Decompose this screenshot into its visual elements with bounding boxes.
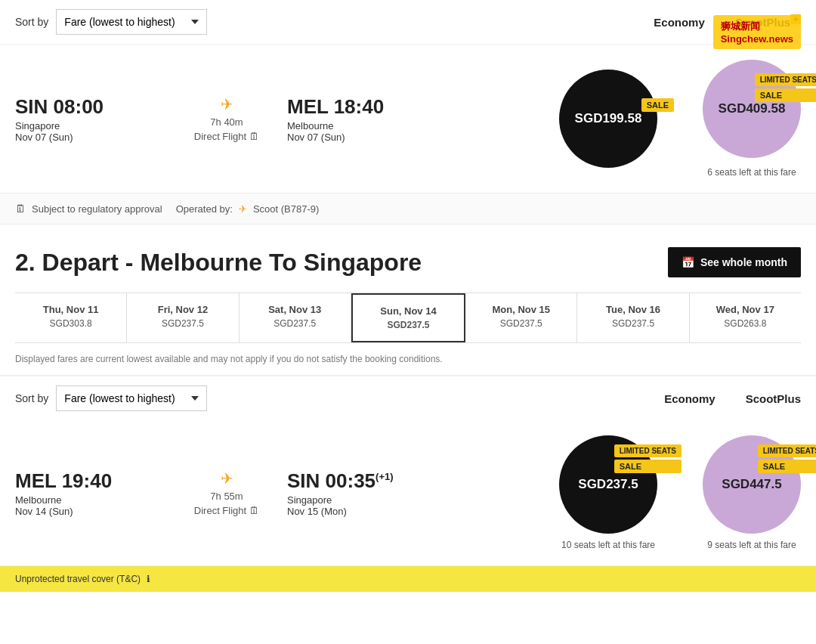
economy-price-wrapper-1[interactable]: SGD199.58 SALE xyxy=(559,70,657,168)
dest-date-2: Nov 15 (Mon) xyxy=(287,506,438,517)
flight-row-1: SIN 08:00 Singapore Nov 07 (Sun) ✈ 7h 40… xyxy=(15,60,801,178)
dest-time-suffix-2: (+1) xyxy=(376,471,393,482)
scootplus-seats-2: 9 seats left at this fare xyxy=(707,540,796,550)
info-icon[interactable]: ℹ xyxy=(147,574,150,584)
flight-origin-2: MEL 19:40 Melbourne Nov 14 (Sun) xyxy=(15,469,166,517)
flight-row-2: MEL 19:40 Melbourne Nov 14 (Sun) ✈ 7h 55… xyxy=(15,435,801,550)
tab-date-4: Mon, Nov 15 xyxy=(470,304,572,315)
sort-section-1: Sort by Fare (lowest to highest) xyxy=(15,9,207,35)
origin-date-1: Nov 07 (Sun) xyxy=(15,132,166,143)
price-section-2: SGD237.5 LIMITED SEATS SALE 10 seats lef… xyxy=(559,435,801,550)
origin-time-2: MEL 19:40 xyxy=(15,469,166,493)
tab-date-2: Sat, Nov 13 xyxy=(244,304,346,315)
price-section-1: SGD199.58 SALE SGD409.58 LIMITED SEATS S… xyxy=(559,60,801,178)
tab-price-1: SGD237.5 xyxy=(131,318,233,329)
dest-date-1: Nov 07 (Sun) xyxy=(287,132,438,143)
scootplus-seats-1: 6 seats left at this fare xyxy=(707,167,796,178)
economy-price-1: SGD199.58 xyxy=(575,111,642,126)
tab-date-0: Thu, Nov 11 xyxy=(20,304,122,315)
economy-wrapper-2[interactable]: SGD237.5 LIMITED SEATS SALE 10 seats lef… xyxy=(559,435,657,550)
disclaimer: Displayed fares are current lowest avail… xyxy=(0,343,816,376)
regulatory-text: Subject to regulatory approval xyxy=(32,203,162,215)
origin-date-2: Nov 14 (Sun) xyxy=(15,506,166,517)
flight-middle-1: ✈ 7h 40m Direct Flight 🗓 xyxy=(166,95,287,142)
date-tab-4[interactable]: Mon, Nov 15 SGD237.5 xyxy=(465,293,577,342)
origin-time-1: SIN 08:00 xyxy=(15,95,166,119)
date-tab-0[interactable]: Thu, Nov 11 SGD303.8 xyxy=(15,293,127,342)
origin-city-2: Melbourne xyxy=(15,494,166,506)
scootplus-price-wrapper-1[interactable]: SGD409.58 LIMITED SEATS SALE 6 seats lef… xyxy=(703,60,801,178)
calendar-month-icon: 📅 xyxy=(682,256,694,268)
duration-1: 7h 40m xyxy=(210,116,243,128)
economy-sale-badge-2: SALE xyxy=(614,460,682,473)
date-tabs: Thu, Nov 11 SGD303.8 Fri, Nov 12 SGD237.… xyxy=(15,293,801,343)
col-economy-1: Economy xyxy=(654,16,705,29)
bottom-info-text: Unprotected travel cover (T&C) xyxy=(15,574,141,584)
sort-select-2[interactable]: Fare (lowest to highest) xyxy=(56,385,207,411)
flight-dest-2: SIN 00:35(+1) Singapore Nov 15 (Mon) xyxy=(287,469,438,517)
scootplus-sale-badge-1: SALE xyxy=(755,88,816,102)
regulatory-bar: 🗓 Subject to regulatory approval Operate… xyxy=(0,194,816,224)
date-tab-6[interactable]: Wed, Nov 17 SGD263.8 xyxy=(690,293,801,342)
col-economy-2: Economy xyxy=(664,392,716,405)
operator-name: Scoot (B787-9) xyxy=(253,203,319,215)
section2-title: 2. Depart - Melbourne To Singapore xyxy=(15,249,422,277)
tab-date-5: Tue, Nov 16 xyxy=(582,304,684,315)
date-tab-5[interactable]: Tue, Nov 16 SGD237.5 xyxy=(577,293,689,342)
flight-card-1: SIN 08:00 Singapore Nov 07 (Sun) ✈ 7h 40… xyxy=(0,45,816,194)
section1-topbar: Sort by Fare (lowest to highest) Economy… xyxy=(0,0,816,45)
see-whole-month-button[interactable]: 📅 See whole month xyxy=(668,247,801,277)
flight-origin-1: SIN 08:00 Singapore Nov 07 (Sun) xyxy=(15,95,166,143)
tab-price-5: SGD237.5 xyxy=(582,318,684,329)
date-tab-1[interactable]: Fri, Nov 12 SGD237.5 xyxy=(127,293,239,342)
scootplus-limited-badge-2: LIMITED SEATS xyxy=(758,444,816,457)
economy-sale-badge-1: SALE xyxy=(641,98,674,112)
dest-time-1: MEL 18:40 xyxy=(287,95,438,119)
col-headers-2: Economy ScootPlus xyxy=(664,392,801,405)
flight-card-2: MEL 19:40 Melbourne Nov 14 (Sun) ✈ 7h 55… xyxy=(0,420,816,566)
duration-2: 7h 55m xyxy=(210,491,243,502)
scootplus-wrapper-2[interactable]: SGD447.5 LIMITED SEATS SALE 9 seats left… xyxy=(703,435,801,550)
tab-price-0: SGD303.8 xyxy=(20,318,122,329)
calendar-icon-1: 🗓 xyxy=(249,131,259,142)
scootplus-price-2: SGD447.5 xyxy=(722,477,781,492)
plane-icon-1: ✈ xyxy=(221,95,233,113)
tab-date-3: Sun, Nov 14 xyxy=(357,305,459,317)
operated-by-label: Operated by: xyxy=(176,203,233,215)
scootplus-sale-badge-2: SALE xyxy=(758,460,816,473)
direct-label-1: Direct Flight 🗓 xyxy=(194,131,259,142)
dest-city-1: Melbourne xyxy=(287,120,438,132)
bottom-info-bar: Unprotected travel cover (T&C) ℹ xyxy=(0,566,816,592)
section2-topbar: Sort by Fare (lowest to highest) Economy… xyxy=(0,376,816,420)
tab-price-6: SGD263.8 xyxy=(694,318,796,329)
tab-date-6: Wed, Nov 17 xyxy=(694,304,796,315)
sort-section-2: Sort by Fare (lowest to highest) xyxy=(15,385,207,411)
scootplus-price-1: SGD409.58 xyxy=(719,101,786,116)
economy-circle-1[interactable]: SGD199.58 xyxy=(559,70,657,168)
calendar-icon-2: 🗓 xyxy=(249,505,259,516)
economy-price-2: SGD237.5 xyxy=(578,477,638,492)
date-tab-3[interactable]: Sun, Nov 14 SGD237.5 xyxy=(351,293,465,342)
watermark: 狮城新闻Singchew.news xyxy=(713,15,801,49)
tab-price-2: SGD237.5 xyxy=(244,318,346,329)
scoot-plane-icon: ✈ xyxy=(239,203,247,215)
scootplus-limited-badge-1: LIMITED SEATS xyxy=(755,73,816,86)
origin-city-1: Singapore xyxy=(15,120,166,132)
economy-seats-2: 10 seats left at this fare xyxy=(561,540,655,550)
regulatory-icon: 🗓 xyxy=(15,203,26,215)
tab-price-4: SGD237.5 xyxy=(470,318,572,329)
sort-label-2: Sort by xyxy=(15,392,48,404)
tab-price-3: SGD237.5 xyxy=(357,320,459,330)
flight-dest-1: MEL 18:40 Melbourne Nov 07 (Sun) xyxy=(287,95,438,143)
tab-date-1: Fri, Nov 12 xyxy=(131,304,233,315)
sort-select-1[interactable]: Fare (lowest to highest) xyxy=(56,9,207,35)
col-scootplus-2: ScootPlus xyxy=(746,392,801,405)
plane-icon-2: ✈ xyxy=(221,469,233,488)
date-tab-2[interactable]: Sat, Nov 13 SGD237.5 xyxy=(240,293,351,342)
scootplus-circle-container-2: SGD447.5 LIMITED SEATS SALE xyxy=(703,435,801,534)
section2-header: 2. Depart - Melbourne To Singapore 📅 See… xyxy=(0,224,816,293)
direct-label-2: Direct Flight 🗓 xyxy=(194,505,259,516)
dest-time-2: SIN 00:35(+1) xyxy=(287,469,438,493)
economy-circle-container-2: SGD237.5 LIMITED SEATS SALE xyxy=(559,435,657,534)
economy-limited-badge-2: LIMITED SEATS xyxy=(614,444,682,457)
